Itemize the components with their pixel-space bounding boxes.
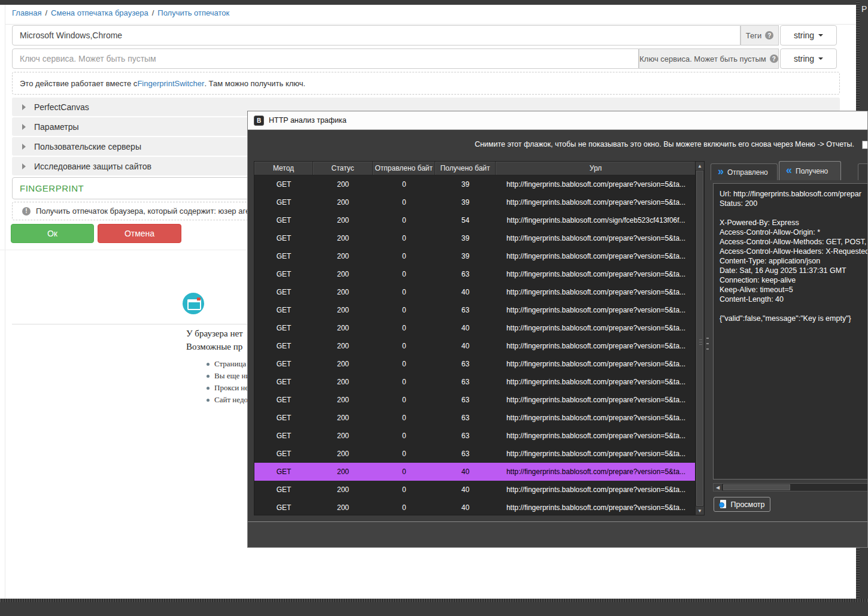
scroll-up-icon[interactable]: ▲ (696, 162, 704, 170)
cell-sent: 0 (373, 355, 435, 373)
tab-received[interactable]: « Получено (779, 161, 841, 180)
window-titlebar[interactable]: B HTTP анализ трафика (248, 111, 867, 130)
table-header-row: МетодСтатусОтправлено байтПолучено байтУ… (254, 162, 704, 175)
hscrollbar-thumb[interactable] (723, 484, 790, 490)
table-row[interactable]: GET200063http://fingerprints.bablosoft.c… (254, 409, 704, 427)
cell-sent: 0 (373, 247, 435, 265)
scrollbar-thumb[interactable] (696, 171, 703, 506)
useragent-type-dropdown[interactable]: string (780, 25, 837, 45)
table-row[interactable]: GET200040http://fingerprints.bablosoft.c… (254, 481, 704, 499)
cell-status: 200 (313, 283, 373, 301)
cell-method: GET (254, 499, 313, 517)
table-row[interactable]: GET200040http://fingerprints.bablosoft.c… (254, 337, 704, 355)
cell-url: http://fingerprints.bablosoft.com/prepar… (496, 391, 696, 409)
table-row[interactable]: GET200039http://fingerprints.bablosoft.c… (254, 229, 704, 247)
table-row[interactable]: GET200039http://fingerprints.bablosoft.c… (254, 193, 704, 211)
column-header[interactable]: Урл (496, 162, 696, 175)
cell-status: 200 (313, 463, 373, 481)
panel-splitter[interactable] (706, 334, 709, 350)
column-header[interactable]: Получено байт (435, 162, 496, 175)
scroll-down-icon[interactable]: ▼ (696, 506, 704, 515)
http-traffic-window: B HTTP анализ трафика Снимите этот флажо… (247, 111, 868, 548)
hide-window-notice: Снимите этот флажок, чтобы не показывать… (248, 131, 867, 158)
cell-method: GET (254, 445, 313, 463)
fingerprintswitcher-link[interactable]: FingerprintSwitcher (137, 79, 204, 88)
browser-icon (183, 293, 204, 314)
cell-status: 200 (313, 409, 373, 427)
cell-url: http://fingerprints.bablosoft.com/prepar… (496, 499, 696, 517)
table-row[interactable]: GET200040http://fingerprints.bablosoft.c… (254, 463, 704, 481)
cell-sent: 0 (373, 211, 435, 229)
cell-received: 39 (435, 175, 496, 193)
cell-received: 39 (435, 229, 496, 247)
table-row[interactable]: GET200040http://fingerprints.bablosoft.c… (254, 499, 704, 517)
column-header[interactable]: Отправлено байт (373, 162, 435, 175)
table-row[interactable]: GET200063http://fingerprints.bablosoft.c… (254, 427, 704, 445)
cell-status: 200 (313, 301, 373, 319)
horizontal-resize-grip[interactable] (0, 599, 868, 602)
requests-table: МетодСтатусОтправлено байтПолучено байтУ… (254, 161, 705, 515)
service-key-type-dropdown[interactable]: string (780, 48, 837, 69)
scroll-left-icon[interactable]: ◀ (714, 484, 722, 491)
view-button-label: Просмотр (730, 500, 764, 509)
cell-url: http://fingerprints.bablosoft.com/prepar… (496, 445, 696, 463)
view-button[interactable]: Просмотр (714, 497, 770, 512)
app-root: Главная/Смена отпечатка браузера/Получит… (0, 0, 868, 616)
caret-right-icon (22, 163, 26, 169)
details-horizontal-scrollbar[interactable]: ◀ (713, 483, 868, 491)
cell-status: 200 (313, 445, 373, 463)
placeholder-bullet: Вы еще ни (207, 370, 252, 382)
bullet-text: Страница е (214, 359, 251, 368)
breadcrumb-separator: / (152, 8, 154, 17)
table-row[interactable]: GET200063http://fingerprints.bablosoft.c… (254, 301, 704, 319)
bullet-text: Сайт недос (214, 395, 251, 404)
cell-status: 200 (313, 211, 373, 229)
breadcrumb-link[interactable]: Получить отпечаток (157, 8, 229, 17)
cell-sent: 0 (373, 301, 435, 319)
useragent-input[interactable] (12, 25, 740, 45)
breadcrumb-link[interactable]: Главная (12, 8, 41, 17)
scrollbar-grip (699, 338, 702, 345)
page-left-border (5, 5, 5, 599)
table-row[interactable]: GET200063http://fingerprints.bablosoft.c… (254, 355, 704, 373)
cancel-button[interactable]: Отмена (98, 224, 181, 243)
cell-received: 40 (435, 319, 496, 337)
placeholder-bullet-list: Страница еВы еще ниПрокси невСайт недос (207, 358, 252, 406)
table-row[interactable]: GET200040http://fingerprints.bablosoft.c… (254, 283, 704, 301)
table-row[interactable]: GET200039http://fingerprints.bablosoft.c… (254, 247, 704, 265)
cell-sent: 0 (373, 481, 435, 499)
ok-button[interactable]: Ок (11, 224, 94, 243)
cell-sent: 0 (373, 337, 435, 355)
section-label: Исследование защиты сайтов (34, 162, 151, 171)
breadcrumb-link[interactable]: Смена отпечатка браузера (51, 8, 148, 17)
table-vertical-scrollbar[interactable]: ▲ ▼ (695, 162, 704, 515)
service-key-input[interactable] (12, 48, 639, 69)
help-icon[interactable]: ? (765, 31, 773, 40)
table-row[interactable]: GET200039http://fingerprints.bablosoft.c… (254, 175, 704, 193)
tab-sent[interactable]: » Отправлено (711, 163, 778, 180)
table-row[interactable]: GET200054http://fingerprints.bablosoft.c… (254, 211, 704, 229)
table-row[interactable]: GET200063http://fingerprints.bablosoft.c… (254, 391, 704, 409)
column-header[interactable]: Метод (254, 162, 313, 175)
cell-url: http://fingerprints.bablosoft.com/prepar… (496, 463, 696, 481)
cell-status: 200 (313, 355, 373, 373)
table-row[interactable]: GET200040http://fingerprints.bablosoft.c… (254, 319, 704, 337)
hide-window-checkbox[interactable] (862, 141, 868, 149)
table-row[interactable]: GET200063http://fingerprints.bablosoft.c… (254, 373, 704, 391)
response-details-text: Url: http://fingerprints.bablosoft.com/p… (720, 189, 866, 323)
tab-partial[interactable] (858, 163, 868, 180)
bullet-dot (207, 387, 210, 390)
cell-sent: 0 (373, 229, 435, 247)
hint2-text: Получить отпечаток браузера, который сод… (36, 207, 278, 216)
cell-received: 39 (435, 193, 496, 211)
table-row[interactable]: GET200063http://fingerprints.bablosoft.c… (254, 445, 704, 463)
breadcrumb-separator: / (45, 8, 47, 17)
notice-text: Снимите этот флажок, чтобы не показывать… (475, 140, 854, 148)
cell-method: GET (254, 283, 313, 301)
help-icon[interactable]: ? (770, 54, 778, 63)
table-row[interactable]: GET200063http://fingerprints.bablosoft.c… (254, 265, 704, 283)
column-header[interactable]: Статус (313, 162, 373, 175)
hint-text-prefix: Это действие работает вместе с (20, 79, 137, 88)
hint-text-suffix: . Там можно получить ключ. (204, 79, 305, 88)
service-key-addon-text: Ключ сервиса. Может быть пустым (639, 54, 766, 63)
